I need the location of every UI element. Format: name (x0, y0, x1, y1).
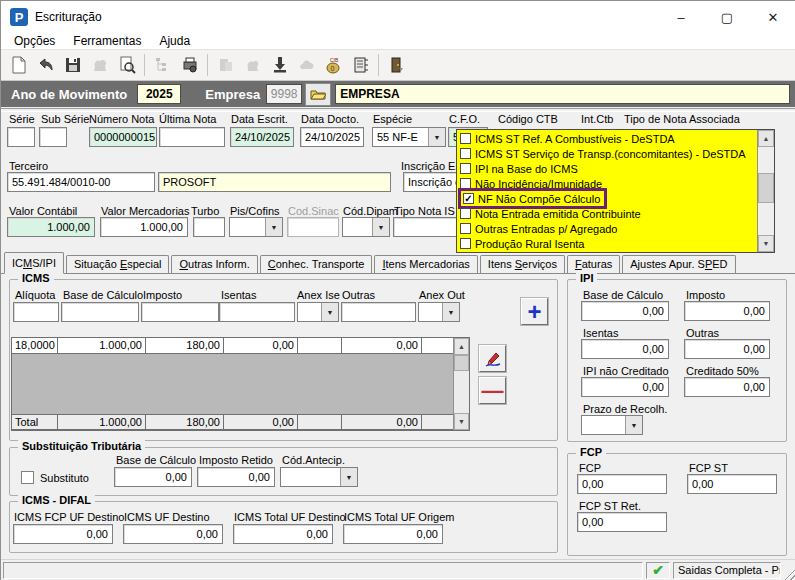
icms-grid[interactable]: 18,00001.000,00180,000,000,00 Total1.000… (11, 337, 470, 431)
terceiro-name-field[interactable]: PROSOFT (158, 172, 391, 192)
unchecked-checkbox[interactable] (460, 238, 471, 249)
ledger-button[interactable] (347, 52, 374, 78)
anex-out-combo[interactable]: ▼ (418, 302, 460, 322)
unchecked-checkbox[interactable] (460, 208, 471, 219)
tipo-nota-is-input[interactable] (393, 217, 463, 237)
scrollbar-thumb[interactable] (454, 355, 469, 371)
grid-scrollbar[interactable]: ▲ ▼ (453, 338, 469, 430)
save-button[interactable] (59, 52, 86, 78)
data-escrit-input[interactable]: 24/10/2025 (230, 127, 294, 147)
numero-nota-input[interactable]: 0000000015 (89, 127, 157, 147)
unchecked-checkbox[interactable] (460, 133, 471, 144)
subst-base-input[interactable]: 0,00 (114, 467, 192, 487)
fcp-st-input[interactable]: 0,00 (687, 474, 777, 494)
tab-conhec-transporte[interactable]: Conhec. Transporte (260, 255, 373, 273)
add-row-button[interactable]: + (521, 298, 548, 325)
subst-imposto-input[interactable]: 0,00 (197, 467, 275, 487)
especie-combo[interactable]: 55 NF-E ▼ (372, 127, 446, 147)
scroll-up-icon[interactable]: ▲ (758, 130, 774, 147)
scroll-down-icon[interactable]: ▼ (758, 235, 774, 252)
base-calculo-input[interactable] (61, 302, 139, 322)
cod-sinac-input[interactable] (287, 217, 339, 237)
difal-fcp-destino-input[interactable]: 0,00 (13, 524, 113, 544)
ultima-nota-input[interactable] (159, 127, 225, 147)
scroll-up-icon[interactable]: ▲ (454, 338, 469, 355)
turbo-input[interactable] (193, 217, 225, 237)
tab-itens-mercadorias[interactable]: Itens Mercadorias (374, 255, 477, 273)
resize-grip[interactable] (782, 568, 795, 580)
report-button[interactable] (176, 52, 203, 78)
isentas-input[interactable] (219, 302, 295, 322)
checked-checkbox[interactable]: ✓ (463, 193, 474, 204)
data-docto-input[interactable]: 24/10/2025 (300, 127, 364, 147)
ipi-isentas-input[interactable]: 0,00 (581, 339, 669, 359)
ipi-nao-creditado-input[interactable]: 0,00 (581, 377, 669, 397)
pis-cofins-combo[interactable]: ▼ (229, 217, 283, 237)
substituto-checkbox[interactable] (21, 471, 34, 484)
dropdown-item[interactable]: Produção Rural Isenta (457, 236, 757, 251)
new-document-button[interactable] (5, 52, 32, 78)
dropdown-item[interactable]: ✓NF Não Compõe Cálculo (457, 191, 757, 206)
difal-total-destino-input[interactable]: 0,00 (233, 524, 333, 544)
grid-data-row[interactable]: 18,00001.000,00180,000,000,00 (12, 338, 469, 354)
tab-situac-a-o-especial[interactable]: Situação Especial (66, 255, 169, 273)
close-button[interactable]: ✕ (750, 1, 795, 33)
chevron-down-icon[interactable]: ▼ (625, 416, 642, 434)
ipi-outras-input[interactable]: 0,00 (684, 339, 770, 359)
difal-uf-destino-input[interactable]: 0,00 (123, 524, 223, 544)
cod-antecip-combo[interactable]: ▼ (280, 467, 358, 487)
edit-row-button[interactable] (479, 345, 506, 372)
import-button[interactable] (266, 52, 293, 78)
unchecked-checkbox[interactable] (460, 163, 471, 174)
company-name-field[interactable]: EMPRESA (335, 84, 790, 104)
print-preview-button[interactable] (113, 52, 140, 78)
exit-door-button[interactable] (383, 52, 410, 78)
outras-input[interactable] (341, 302, 416, 322)
menu-item-opcoes[interactable]: Opções (5, 34, 64, 48)
maximize-button[interactable]: ▢ (704, 1, 750, 33)
chevron-down-icon[interactable]: ▼ (372, 218, 389, 236)
dropdown-item[interactable]: ICMS ST Serviço de Transp.(concomitantes… (457, 146, 757, 161)
cod-dipam-combo[interactable]: ▼ (342, 217, 390, 237)
prazo-recolh-combo[interactable]: ▼ (581, 415, 643, 435)
serie-input[interactable] (7, 127, 35, 147)
difal-total-origem-input[interactable]: 0,00 (343, 524, 443, 544)
ipi-creditado50-input[interactable]: 0,00 (684, 377, 770, 397)
dropdown-scrollbar[interactable]: ▲ ▼ (757, 130, 774, 252)
ipi-imposto-input[interactable]: 0,00 (684, 301, 770, 321)
menu-item-ferramentas[interactable]: Ferramentas (64, 34, 150, 48)
anex-ise-combo[interactable]: ▼ (297, 302, 339, 322)
undo-button[interactable] (32, 52, 59, 78)
dropdown-item[interactable]: IPI na Base do ICMS (457, 161, 757, 176)
dropdown-item[interactable]: Nota Entrada emitida Contribuinte (457, 206, 757, 221)
cib-coin-button[interactable]: CIB0 (320, 52, 347, 78)
ipi-base-input[interactable]: 0,00 (581, 301, 669, 321)
dropdown-item[interactable]: Outras Entradas p/ Agregado (457, 221, 757, 236)
aliquota-input[interactable] (13, 302, 59, 322)
tab-icms-ipi[interactable]: ICMS/IPI (4, 252, 64, 274)
sub-serie-input[interactable] (39, 127, 67, 147)
unchecked-checkbox[interactable] (460, 148, 471, 159)
chevron-down-icon[interactable]: ▼ (428, 128, 445, 146)
tab-outras-inform-[interactable]: Outras Inform. (171, 255, 257, 273)
imposto-input[interactable] (141, 302, 219, 322)
dropdown-item[interactable]: ICMS ST Ref. A Combustíveis - DeSTDA (457, 131, 757, 146)
terceiro-document-input[interactable]: 55.491.484/0010-00 (7, 172, 155, 192)
unchecked-checkbox[interactable] (460, 223, 471, 234)
open-company-button[interactable] (305, 83, 331, 106)
chevron-down-icon[interactable]: ▼ (321, 303, 338, 321)
valor-contabil-input[interactable]: 1.000,00 (7, 217, 95, 237)
scrollbar-thumb[interactable] (758, 173, 774, 203)
tab-itens-servic-os[interactable]: Itens Serviços (480, 255, 565, 273)
chevron-down-icon[interactable]: ▼ (340, 468, 357, 486)
delete-row-button[interactable]: — (479, 377, 506, 404)
company-code-input[interactable]: 9998 (266, 84, 302, 104)
valor-mercadorias-input[interactable]: 1.000,00 (100, 217, 188, 237)
chevron-down-icon[interactable]: ▼ (265, 218, 282, 236)
chevron-down-icon[interactable]: ▼ (442, 303, 459, 321)
menu-item-ajuda[interactable]: Ajuda (150, 34, 199, 48)
fcp-input[interactable]: 0,00 (577, 474, 667, 494)
minimize-button[interactable]: – (658, 1, 704, 33)
tab-ajustes-apur-sped[interactable]: Ajustes Apur. SPED (622, 255, 735, 273)
scroll-down-icon[interactable]: ▼ (454, 413, 469, 430)
